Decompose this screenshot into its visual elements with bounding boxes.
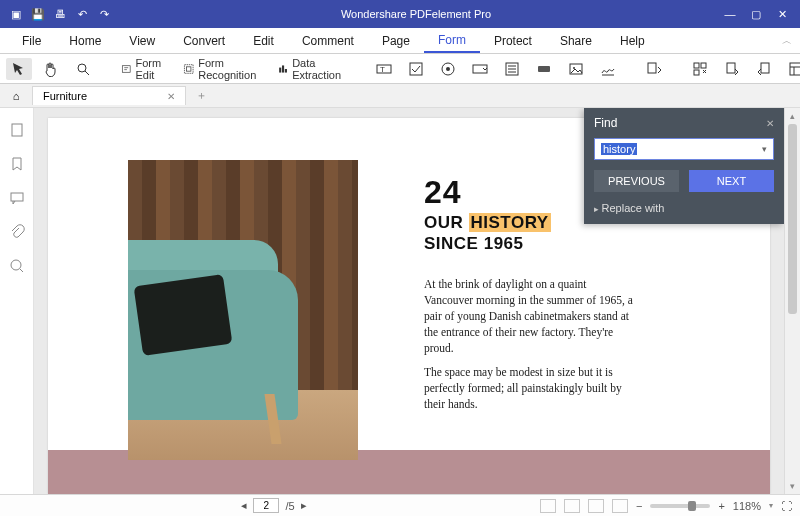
checkbox-tool[interactable] [403, 58, 429, 80]
import-data-icon[interactable] [719, 58, 745, 80]
status-bar: ◂ /5 ▸ − + 118% ▾ ⛶ [0, 494, 800, 516]
export-data-icon[interactable] [751, 58, 777, 80]
svg-rect-20 [694, 70, 699, 75]
more-fields-icon[interactable] [687, 58, 713, 80]
page-heading: OUR HISTORY SINCE 1965 [424, 212, 551, 255]
app-icon: ▣ [10, 8, 22, 21]
comments-icon[interactable] [9, 190, 25, 206]
document-canvas[interactable]: 24 OUR HISTORY SINCE 1965 At the brink o… [34, 108, 784, 494]
undo-icon[interactable]: ↶ [76, 8, 88, 21]
svg-rect-5 [282, 65, 284, 72]
menu-comment[interactable]: Comment [288, 30, 368, 52]
scroll-track[interactable] [785, 124, 800, 478]
dropdown-tool[interactable] [467, 58, 493, 80]
save-icon[interactable]: 💾 [32, 8, 44, 21]
svg-rect-17 [648, 63, 656, 73]
menu-convert[interactable]: Convert [169, 30, 239, 52]
zoom-slider[interactable] [650, 504, 710, 508]
close-window-icon[interactable]: ✕ [776, 8, 788, 21]
view-facing-icon[interactable] [588, 499, 604, 513]
scroll-thumb[interactable] [788, 124, 797, 314]
data-extraction-button[interactable]: Data Extraction [272, 54, 351, 84]
fullscreen-icon[interactable]: ⛶ [781, 500, 792, 512]
page-number-input[interactable] [253, 498, 279, 513]
svg-rect-14 [538, 66, 550, 72]
zoom-tool[interactable] [70, 58, 96, 80]
view-single-icon[interactable] [540, 499, 556, 513]
menu-edit[interactable]: Edit [239, 30, 288, 52]
find-input-value: history [601, 143, 637, 155]
svg-rect-3 [186, 66, 190, 70]
collapse-ribbon-icon[interactable]: ︿ [782, 34, 792, 48]
attachments-icon[interactable] [9, 224, 25, 240]
form-properties-tool[interactable] [641, 58, 667, 80]
svg-rect-21 [727, 63, 735, 73]
view-continuous-facing-icon[interactable] [612, 499, 628, 513]
document-tab[interactable]: Furniture ✕ [32, 86, 186, 105]
svg-rect-25 [11, 193, 23, 201]
menu-help[interactable]: Help [606, 30, 659, 52]
paragraph-2: The space may be modest in size but it i… [424, 364, 634, 412]
svg-rect-22 [761, 63, 769, 73]
document-tab-bar: ⌂ Furniture ✕ ＋ [0, 84, 800, 108]
view-continuous-icon[interactable] [564, 499, 580, 513]
print-icon[interactable]: 🖶 [54, 8, 66, 21]
maximize-icon[interactable]: ▢ [750, 8, 762, 21]
form-edit-label: Form Edit [135, 57, 166, 81]
thumbnails-icon[interactable] [9, 122, 25, 138]
form-recognition-label: Form Recognition [198, 57, 261, 81]
hand-tool[interactable] [38, 58, 64, 80]
home-tab-icon[interactable]: ⌂ [6, 90, 26, 102]
scroll-up-icon[interactable]: ▴ [790, 108, 795, 124]
menu-bar: File Home View Convert Edit Comment Page… [0, 28, 800, 54]
workspace: 24 OUR HISTORY SINCE 1965 At the brink o… [0, 108, 800, 494]
menu-view[interactable]: View [115, 30, 169, 52]
button-tool[interactable] [531, 58, 557, 80]
zoom-slider-knob[interactable] [688, 501, 696, 511]
title-bar: ▣ 💾 🖶 ↶ ↷ Wondershare PDFelement Pro ― ▢… [0, 0, 800, 28]
zoom-in-icon[interactable]: + [718, 500, 724, 512]
replace-with-toggle[interactable]: Replace with [584, 202, 784, 224]
find-previous-button[interactable]: PREVIOUS [594, 170, 679, 192]
zoom-out-icon[interactable]: − [636, 500, 642, 512]
find-next-button[interactable]: NEXT [689, 170, 774, 192]
find-title: Find [594, 116, 617, 130]
menu-page[interactable]: Page [368, 30, 424, 52]
form-recognition-button[interactable]: Form Recognition [178, 54, 266, 84]
next-page-icon[interactable]: ▸ [301, 499, 307, 512]
find-input[interactable]: history ▾ [594, 138, 774, 160]
zoom-dropdown-icon[interactable]: ▾ [769, 501, 773, 510]
menu-protect[interactable]: Protect [480, 30, 546, 52]
svg-rect-4 [279, 67, 281, 72]
form-edit-button[interactable]: Form Edit [116, 54, 172, 84]
heading-pre: OUR [424, 213, 469, 232]
vertical-scrollbar[interactable]: ▴ ▾ [784, 108, 800, 494]
signature-field-tool[interactable] [595, 58, 621, 80]
find-panel: Find ✕ history ▾ PREVIOUS NEXT Replace w… [584, 108, 784, 224]
svg-point-11 [446, 67, 450, 71]
find-dropdown-icon[interactable]: ▾ [762, 144, 767, 154]
minimize-icon[interactable]: ― [724, 8, 736, 21]
menu-form[interactable]: Form [424, 29, 480, 53]
image-field-tool[interactable] [563, 58, 589, 80]
bookmarks-icon[interactable] [9, 156, 25, 172]
close-find-icon[interactable]: ✕ [766, 118, 774, 129]
redo-icon[interactable]: ↷ [98, 8, 110, 21]
form-template-icon[interactable] [783, 58, 800, 80]
select-tool[interactable] [6, 58, 32, 80]
close-tab-icon[interactable]: ✕ [167, 91, 175, 102]
page-number-large: 24 [424, 174, 462, 211]
svg-rect-23 [790, 63, 800, 75]
add-tab-icon[interactable]: ＋ [196, 88, 207, 103]
svg-rect-24 [12, 124, 22, 136]
svg-rect-19 [701, 63, 706, 68]
prev-page-icon[interactable]: ◂ [241, 499, 247, 512]
menu-share[interactable]: Share [546, 30, 606, 52]
listbox-tool[interactable] [499, 58, 525, 80]
radio-tool[interactable] [435, 58, 461, 80]
text-field-tool[interactable]: T [371, 58, 397, 80]
menu-file[interactable]: File [8, 30, 55, 52]
menu-home[interactable]: Home [55, 30, 115, 52]
scroll-down-icon[interactable]: ▾ [790, 478, 795, 494]
search-panel-icon[interactable] [9, 258, 25, 274]
